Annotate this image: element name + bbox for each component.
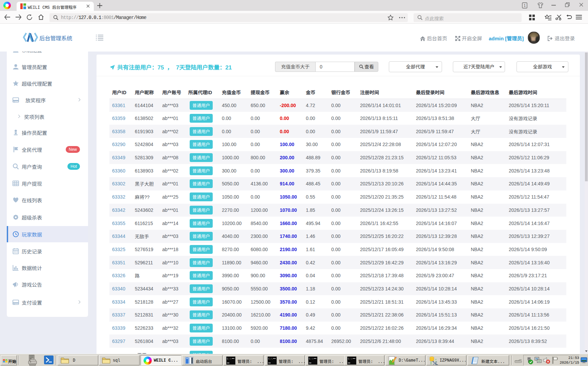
svg-text:C:\: C:\ bbox=[227, 358, 231, 360]
svg-text:C:\: C:\ bbox=[309, 358, 313, 360]
svg-text:1: 1 bbox=[524, 4, 526, 7]
svg-text:C:\: C:\ bbox=[348, 358, 352, 360]
svg-text:C:\: C:\ bbox=[268, 358, 273, 360]
